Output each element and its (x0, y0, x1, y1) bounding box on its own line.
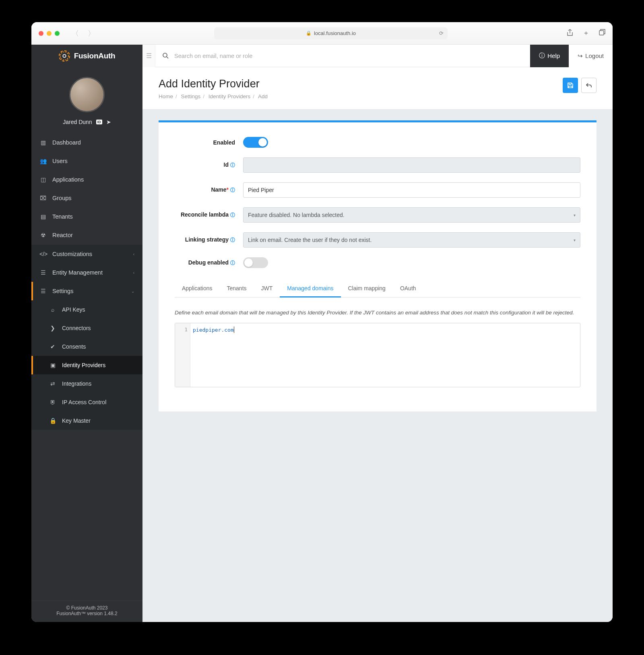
linking-strategy-select[interactable]: Link on email. Create the user if they d… (243, 232, 580, 248)
id-card-icon[interactable]: ID (96, 120, 102, 124)
browser-forward-icon[interactable]: 〉 (88, 29, 95, 38)
chevron-left-icon: ‹ (133, 271, 134, 275)
name-input[interactable] (243, 182, 580, 198)
debug-label: Debug enabled (188, 259, 229, 266)
minimize-window-icon[interactable] (47, 31, 52, 36)
lock-icon: 🔒 (306, 31, 312, 36)
sidebar-item-label: Tenants (52, 213, 73, 220)
browser-back-icon[interactable]: 〈 (72, 29, 79, 38)
new-tab-icon[interactable]: ＋ (583, 29, 589, 37)
save-button[interactable] (563, 78, 578, 93)
sidebar-item-label: Applications (52, 176, 84, 183)
search-input[interactable] (174, 53, 295, 59)
sidebar-item-label: Customizations (52, 251, 92, 257)
sidebar-item-entity-management[interactable]: ☰Entity Management‹ (31, 263, 142, 282)
info-icon[interactable]: ⓘ (230, 237, 235, 243)
help-button[interactable]: ⓘHelp (530, 45, 569, 67)
sidebar-item-api-keys[interactable]: ⌕API Keys (31, 300, 142, 319)
managed-domains-editor[interactable]: 1 piedpiper.com (175, 323, 580, 387)
sidebar-item-integrations[interactable]: ⇄Integrations (31, 374, 142, 393)
sidebar-item-tenants[interactable]: ▤Tenants (31, 207, 142, 226)
crumb-add[interactable]: Add (258, 93, 268, 99)
id-input[interactable] (243, 157, 580, 173)
id-label: Id (224, 161, 229, 168)
groups-icon: ⌧ (39, 195, 47, 201)
brand-logo: FusionAuth (31, 45, 142, 67)
user-name: Jared Dunn (63, 119, 92, 125)
maximize-window-icon[interactable] (55, 31, 60, 36)
sidebar-item-consents[interactable]: ✔Consents (31, 337, 142, 356)
sidebar: FusionAuth Jared Dunn ID ➤ ▥Dashboard 👥U… (31, 45, 142, 622)
close-window-icon[interactable] (39, 31, 43, 36)
search-icon (163, 53, 169, 59)
sidebar-toggle-icon[interactable]: ☰ (142, 45, 155, 67)
tabs-overview-icon[interactable] (599, 29, 605, 37)
select-value: Feature disabled. No lambda selected. (248, 212, 345, 218)
logo-icon (59, 50, 70, 62)
tab-managed-domains[interactable]: Managed domains (280, 280, 341, 298)
svg-point-2 (63, 54, 66, 57)
info-icon[interactable]: ⓘ (230, 187, 235, 193)
sidebar-item-customizations[interactable]: </>Customizations‹ (31, 245, 142, 263)
info-icon[interactable]: ⓘ (230, 212, 235, 218)
info-icon[interactable]: ⓘ (230, 260, 235, 266)
url-text: local.fusionauth.io (314, 30, 356, 36)
debug-toggle[interactable] (243, 257, 268, 268)
share-icon[interactable] (567, 29, 573, 37)
sidebar-item-ip-access[interactable]: ⛨IP Access Control (31, 393, 142, 411)
chevron-down-icon: ▾ (574, 213, 576, 217)
key-icon: ⌕ (49, 306, 56, 313)
sidebar-item-users[interactable]: 👥Users (31, 152, 142, 170)
sidebar-item-groups[interactable]: ⌧Groups (31, 189, 142, 207)
logout-button[interactable]: ↪Logout (569, 45, 613, 67)
reconcile-lambda-select[interactable]: Feature disabled. No lambda selected.▾ (243, 207, 580, 223)
sidebar-item-label: Key Master (62, 417, 91, 424)
crumb-settings[interactable]: Settings (181, 93, 201, 99)
avatar[interactable] (69, 77, 105, 112)
sidebar-item-identity-providers[interactable]: ▣Identity Providers (31, 356, 142, 374)
address-bar[interactable]: 🔒 local.fusionauth.io ⟳ (214, 27, 448, 39)
crumb-identity-providers[interactable]: Identity Providers (208, 93, 250, 99)
sidebar-item-applications[interactable]: ◫Applications (31, 170, 142, 189)
page-header: Add Identity Provider Home/ Settings/ Id… (142, 67, 613, 109)
tab-claim-mapping[interactable]: Claim mapping (341, 280, 393, 297)
chevron-down-icon: ⌄ (131, 289, 134, 293)
sidebar-item-key-master[interactable]: 🔒Key Master (31, 411, 142, 430)
shield-icon: ⛨ (49, 399, 56, 405)
code-icon: </> (39, 251, 47, 257)
version: FusionAuth™ version 1.48.2 (31, 611, 142, 616)
info-icon[interactable]: ⓘ (230, 162, 235, 168)
select-value: Link on email. Create the user if they d… (248, 237, 372, 243)
name-label: Name (211, 186, 226, 193)
breadcrumb: Home/ Settings/ Identity Providers/ Add (159, 93, 268, 99)
back-button[interactable] (581, 78, 597, 93)
sidebar-item-label: Users (52, 158, 68, 164)
sidebar-footer: © FusionAuth 2023 FusionAuth™ version 1.… (31, 601, 142, 622)
reconcile-label: Reconcile lambda (181, 211, 229, 218)
window-controls[interactable] (39, 31, 60, 36)
reload-icon[interactable]: ⟳ (439, 30, 444, 36)
sidebar-item-label: Consents (62, 343, 86, 350)
sidebar-item-label: Integrations (62, 380, 91, 387)
sidebar-item-label: Dashboard (52, 139, 81, 146)
form-panel: Enabled Idⓘ Name*ⓘ Reconcile lambdaⓘ Fea… (159, 120, 597, 411)
tabs: Applications Tenants JWT Managed domains… (175, 280, 580, 298)
id-badge-icon: ▣ (49, 362, 56, 368)
editor-content: piedpiper.com (193, 327, 234, 333)
location-arrow-icon[interactable]: ➤ (106, 119, 111, 125)
sidebar-item-label: Settings (52, 288, 73, 294)
sidebar-item-connectors[interactable]: ❯Connectors (31, 319, 142, 337)
brand-name: FusionAuth (74, 52, 116, 60)
tab-jwt[interactable]: JWT (254, 280, 280, 297)
sidebar-item-settings[interactable]: ☰Settings⌄ (31, 282, 142, 300)
lock-icon: 🔒 (49, 417, 56, 424)
sidebar-item-dashboard[interactable]: ▥Dashboard (31, 133, 142, 152)
tab-applications[interactable]: Applications (175, 280, 220, 297)
crumb-home[interactable]: Home (159, 93, 173, 99)
sidebar-item-label: Entity Management (52, 269, 103, 276)
sidebar-item-reactor[interactable]: ☢Reactor (31, 226, 142, 244)
tab-oauth[interactable]: OAuth (393, 280, 423, 297)
enabled-toggle[interactable] (243, 137, 268, 148)
tab-tenants[interactable]: Tenants (220, 280, 254, 297)
sliders-icon: ☰ (39, 288, 47, 294)
